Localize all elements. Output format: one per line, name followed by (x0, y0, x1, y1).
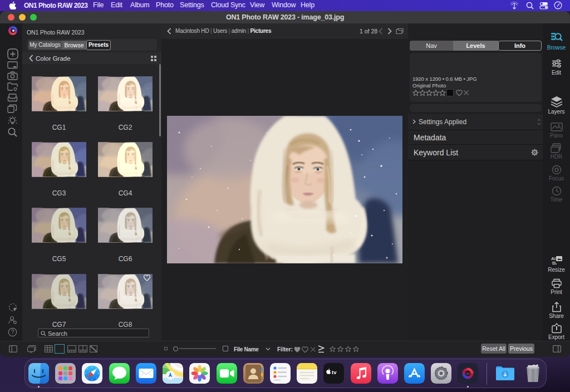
svg-text:AI: AI (551, 256, 556, 261)
svg-text:04: 04 (466, 372, 469, 375)
svg-text:?: ? (11, 329, 14, 335)
svg-text:tv: tv (332, 369, 337, 375)
